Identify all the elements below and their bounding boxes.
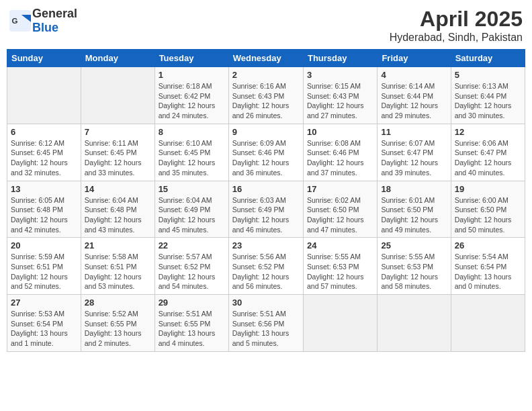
day-number: 19 xyxy=(455,184,521,194)
day-number: 5 xyxy=(455,70,521,80)
calendar-cell xyxy=(451,295,525,352)
calendar-cell: 3Sunrise: 6:15 AM Sunset: 6:43 PM Daylig… xyxy=(303,67,377,124)
day-number: 28 xyxy=(85,298,151,308)
day-info: Sunrise: 6:15 AM Sunset: 6:43 PM Dayligh… xyxy=(307,81,373,121)
day-info: Sunrise: 6:04 AM Sunset: 6:49 PM Dayligh… xyxy=(159,195,225,235)
calendar-cell: 10Sunrise: 6:08 AM Sunset: 6:46 PM Dayli… xyxy=(303,124,377,181)
calendar-cell: 23Sunrise: 5:56 AM Sunset: 6:52 PM Dayli… xyxy=(228,238,303,295)
day-number: 14 xyxy=(85,184,151,194)
day-number: 8 xyxy=(159,127,225,137)
location-title: Hyderabad, Sindh, Pakistan xyxy=(390,32,523,44)
title-block: April 2025 Hyderabad, Sindh, Pakistan xyxy=(390,7,523,44)
day-info: Sunrise: 6:00 AM Sunset: 6:50 PM Dayligh… xyxy=(455,195,521,235)
day-number: 17 xyxy=(307,184,373,194)
day-number: 12 xyxy=(455,127,521,137)
logo-general-text: General xyxy=(32,7,77,20)
day-info: Sunrise: 6:01 AM Sunset: 6:50 PM Dayligh… xyxy=(381,195,447,235)
day-info: Sunrise: 5:55 AM Sunset: 6:53 PM Dayligh… xyxy=(307,252,373,291)
day-info: Sunrise: 6:07 AM Sunset: 6:47 PM Dayligh… xyxy=(381,138,447,178)
calendar-table: SundayMondayTuesdayWednesdayThursdayFrid… xyxy=(7,49,525,352)
calendar-week-row: 13Sunrise: 6:05 AM Sunset: 6:48 PM Dayli… xyxy=(7,181,525,238)
day-number: 21 xyxy=(85,240,151,250)
weekday-header-saturday: Saturday xyxy=(451,50,525,67)
weekday-header-monday: Monday xyxy=(81,50,154,67)
month-title: April 2025 xyxy=(390,7,523,32)
day-info: Sunrise: 6:08 AM Sunset: 6:46 PM Dayligh… xyxy=(307,138,373,178)
day-number: 18 xyxy=(381,184,447,194)
day-info: Sunrise: 6:10 AM Sunset: 6:45 PM Dayligh… xyxy=(159,138,225,178)
weekday-header-thursday: Thursday xyxy=(303,50,377,67)
calendar-cell: 26Sunrise: 5:54 AM Sunset: 6:54 PM Dayli… xyxy=(451,238,525,295)
calendar-cell: 24Sunrise: 5:55 AM Sunset: 6:53 PM Dayli… xyxy=(303,238,377,295)
day-number: 24 xyxy=(307,240,373,250)
day-number: 25 xyxy=(381,240,447,250)
day-number: 11 xyxy=(381,127,447,137)
day-number: 23 xyxy=(232,240,300,250)
day-number: 13 xyxy=(11,184,77,194)
calendar-cell: 14Sunrise: 6:04 AM Sunset: 6:48 PM Dayli… xyxy=(81,181,154,238)
day-info: Sunrise: 5:53 AM Sunset: 6:54 PM Dayligh… xyxy=(11,309,77,349)
calendar-cell xyxy=(378,295,451,352)
calendar-week-row: 1Sunrise: 6:18 AM Sunset: 6:42 PM Daylig… xyxy=(7,67,525,124)
day-info: Sunrise: 6:03 AM Sunset: 6:49 PM Dayligh… xyxy=(232,195,300,235)
calendar-cell: 29Sunrise: 5:51 AM Sunset: 6:55 PM Dayli… xyxy=(154,295,228,352)
calendar-cell: 21Sunrise: 5:58 AM Sunset: 6:51 PM Dayli… xyxy=(81,238,154,295)
day-info: Sunrise: 6:11 AM Sunset: 6:45 PM Dayligh… xyxy=(85,138,151,178)
day-info: Sunrise: 5:51 AM Sunset: 6:55 PM Dayligh… xyxy=(159,309,225,349)
day-info: Sunrise: 5:59 AM Sunset: 6:51 PM Dayligh… xyxy=(11,252,77,291)
calendar-cell: 8Sunrise: 6:10 AM Sunset: 6:45 PM Daylig… xyxy=(154,124,228,181)
day-info: Sunrise: 6:02 AM Sunset: 6:50 PM Dayligh… xyxy=(307,195,373,235)
day-number: 29 xyxy=(159,298,225,308)
calendar-cell: 17Sunrise: 6:02 AM Sunset: 6:50 PM Dayli… xyxy=(303,181,377,238)
calendar-cell: 13Sunrise: 6:05 AM Sunset: 6:48 PM Dayli… xyxy=(7,181,81,238)
calendar-cell: 16Sunrise: 6:03 AM Sunset: 6:49 PM Dayli… xyxy=(228,181,303,238)
calendar-cell: 15Sunrise: 6:04 AM Sunset: 6:49 PM Dayli… xyxy=(154,181,228,238)
day-number: 9 xyxy=(232,127,300,137)
calendar-cell xyxy=(7,67,81,124)
day-info: Sunrise: 6:09 AM Sunset: 6:46 PM Dayligh… xyxy=(232,138,300,178)
calendar-cell: 4Sunrise: 6:14 AM Sunset: 6:44 PM Daylig… xyxy=(378,67,451,124)
calendar-cell: 9Sunrise: 6:09 AM Sunset: 6:46 PM Daylig… xyxy=(228,124,303,181)
calendar-cell: 19Sunrise: 6:00 AM Sunset: 6:50 PM Dayli… xyxy=(451,181,525,238)
svg-text:G: G xyxy=(12,17,18,25)
logo: G General Blue xyxy=(9,7,77,35)
day-number: 10 xyxy=(307,127,373,137)
day-info: Sunrise: 5:56 AM Sunset: 6:52 PM Dayligh… xyxy=(232,252,300,291)
calendar-cell xyxy=(303,295,377,352)
calendar-cell: 28Sunrise: 5:52 AM Sunset: 6:55 PM Dayli… xyxy=(81,295,154,352)
calendar-cell: 2Sunrise: 6:16 AM Sunset: 6:43 PM Daylig… xyxy=(228,67,303,124)
day-number: 26 xyxy=(455,240,521,250)
day-number: 22 xyxy=(159,240,225,250)
day-number: 16 xyxy=(232,184,300,194)
day-info: Sunrise: 6:06 AM Sunset: 6:47 PM Dayligh… xyxy=(455,138,521,178)
page-header: G General Blue April 2025 Hyderabad, Sin… xyxy=(7,7,525,44)
day-number: 1 xyxy=(159,70,225,80)
weekday-header-sunday: Sunday xyxy=(7,50,81,67)
day-number: 4 xyxy=(381,70,447,80)
calendar-cell xyxy=(81,67,154,124)
weekday-header-tuesday: Tuesday xyxy=(154,50,228,67)
day-info: Sunrise: 5:54 AM Sunset: 6:54 PM Dayligh… xyxy=(455,252,521,291)
day-number: 30 xyxy=(232,298,300,308)
calendar-cell: 25Sunrise: 5:55 AM Sunset: 6:53 PM Dayli… xyxy=(378,238,451,295)
day-number: 2 xyxy=(232,70,300,80)
calendar-cell: 20Sunrise: 5:59 AM Sunset: 6:51 PM Dayli… xyxy=(7,238,81,295)
day-info: Sunrise: 6:12 AM Sunset: 6:45 PM Dayligh… xyxy=(11,138,77,178)
day-info: Sunrise: 6:14 AM Sunset: 6:44 PM Dayligh… xyxy=(381,81,447,121)
day-info: Sunrise: 6:18 AM Sunset: 6:42 PM Dayligh… xyxy=(159,81,225,121)
calendar-cell: 18Sunrise: 6:01 AM Sunset: 6:50 PM Dayli… xyxy=(378,181,451,238)
day-info: Sunrise: 6:05 AM Sunset: 6:48 PM Dayligh… xyxy=(11,195,77,235)
day-info: Sunrise: 5:51 AM Sunset: 6:56 PM Dayligh… xyxy=(232,309,300,349)
day-info: Sunrise: 6:13 AM Sunset: 6:44 PM Dayligh… xyxy=(455,81,521,121)
day-number: 7 xyxy=(85,127,151,137)
day-number: 20 xyxy=(11,240,77,250)
calendar-week-row: 27Sunrise: 5:53 AM Sunset: 6:54 PM Dayli… xyxy=(7,295,525,352)
logo-icon: G xyxy=(9,10,31,32)
calendar-header-row: SundayMondayTuesdayWednesdayThursdayFrid… xyxy=(7,50,525,67)
calendar-cell: 22Sunrise: 5:57 AM Sunset: 6:52 PM Dayli… xyxy=(154,238,228,295)
calendar-cell: 6Sunrise: 6:12 AM Sunset: 6:45 PM Daylig… xyxy=(7,124,81,181)
day-number: 6 xyxy=(11,127,77,137)
day-info: Sunrise: 5:52 AM Sunset: 6:55 PM Dayligh… xyxy=(85,309,151,349)
day-info: Sunrise: 6:04 AM Sunset: 6:48 PM Dayligh… xyxy=(85,195,151,235)
calendar-cell: 1Sunrise: 6:18 AM Sunset: 6:42 PM Daylig… xyxy=(154,67,228,124)
